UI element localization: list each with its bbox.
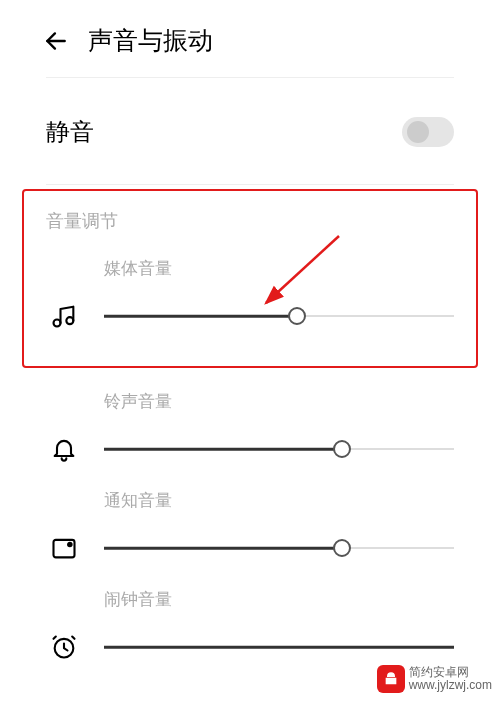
page-title: 声音与振动 bbox=[88, 24, 213, 57]
back-icon[interactable] bbox=[42, 27, 70, 55]
watermark-badge-icon bbox=[377, 665, 405, 693]
volume-section-header: 音量调节 bbox=[46, 209, 454, 233]
svg-point-8 bbox=[392, 674, 393, 675]
alarm-volume-slider[interactable] bbox=[104, 635, 454, 659]
music-icon bbox=[46, 298, 82, 334]
mute-row: 静音 bbox=[0, 78, 500, 184]
alarm-icon bbox=[46, 629, 82, 665]
ringtone-volume-label: 铃声音量 bbox=[104, 390, 454, 413]
svg-point-7 bbox=[388, 674, 389, 675]
svg-point-5 bbox=[68, 543, 72, 547]
watermark: 简约安卓网 www.jylzwj.com bbox=[377, 665, 492, 693]
header: 声音与振动 bbox=[0, 0, 500, 77]
notification-volume-slider[interactable] bbox=[104, 536, 454, 560]
ringtone-volume-group: 铃声音量 bbox=[0, 368, 500, 467]
mute-label: 静音 bbox=[46, 116, 94, 148]
divider bbox=[46, 184, 454, 185]
alarm-volume-label: 闹钟音量 bbox=[104, 588, 454, 611]
highlight-annotation: 音量调节 媒体音量 bbox=[22, 189, 478, 368]
media-volume-label: 媒体音量 bbox=[104, 257, 454, 280]
ringtone-volume-slider[interactable] bbox=[104, 437, 454, 461]
watermark-url: www.jylzwj.com bbox=[409, 679, 492, 692]
media-volume-slider[interactable] bbox=[104, 304, 454, 328]
mute-toggle[interactable] bbox=[402, 117, 454, 147]
bell-icon bbox=[46, 431, 82, 467]
media-volume-group: 媒体音量 bbox=[46, 257, 454, 334]
notification-icon bbox=[46, 530, 82, 566]
alarm-volume-group: 闹钟音量 bbox=[0, 566, 500, 665]
notification-volume-group: 通知音量 bbox=[0, 467, 500, 566]
notification-volume-label: 通知音量 bbox=[104, 489, 454, 512]
